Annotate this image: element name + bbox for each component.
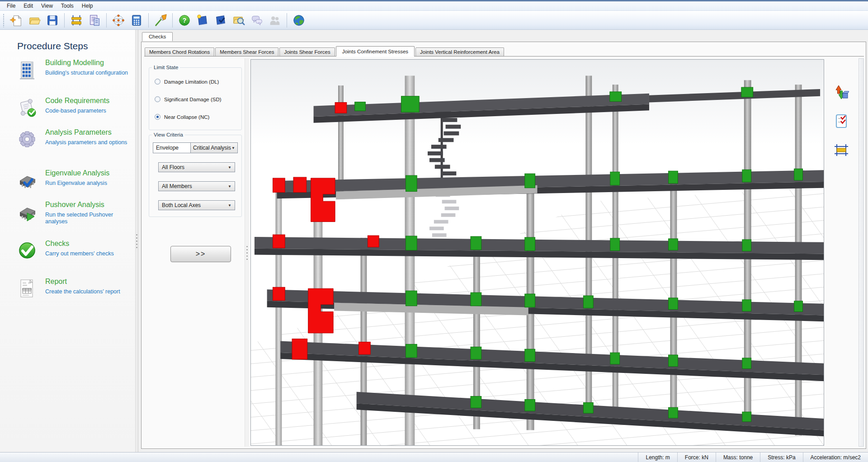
- sidebar-item-checks[interactable]: Checks Carry out members' checks: [0, 240, 135, 268]
- chevron-down-icon: ▼: [228, 184, 231, 189]
- step-title: Building Modelling: [45, 59, 128, 67]
- status-mass-unit: Mass: tonne: [716, 453, 760, 462]
- toolbar-separator: [106, 13, 107, 28]
- subtab-joints-shear-forces[interactable]: Joints Shear Forces: [279, 47, 335, 56]
- section-beam-icon[interactable]: [832, 141, 851, 160]
- sidebar-item-eigenvalue-analysis[interactable]: Eigenvalue Analysis Run Eigenvalue analy…: [0, 169, 135, 197]
- menu-help[interactable]: Help: [78, 2, 97, 10]
- step-subtitle: Building's structural configuration: [45, 70, 128, 76]
- envelope-field[interactable]: Envelope: [153, 143, 190, 153]
- open-project-icon[interactable]: [26, 12, 43, 29]
- radio-label: Significant Damage (SD): [164, 97, 222, 102]
- radio-icon-selected[interactable]: [155, 114, 160, 120]
- chevron-down-icon: ▼: [231, 146, 235, 150]
- gear-icon: [16, 128, 38, 150]
- select-value: Critical Analysis: [193, 145, 231, 151]
- limit-state-label: Limit State: [152, 65, 180, 70]
- forum-icon[interactable]: [248, 12, 265, 29]
- chip-check-icon: [16, 169, 38, 191]
- model-3d-icon[interactable]: [110, 12, 127, 29]
- menu-tools[interactable]: Tools: [57, 2, 78, 10]
- manual-book-icon[interactable]: [194, 12, 211, 29]
- step-subtitle: Code-based parameters: [45, 108, 109, 114]
- status-length-unit: Length: m: [638, 453, 677, 462]
- paintbrush-icon[interactable]: [152, 12, 169, 29]
- toolbar-separator: [172, 13, 173, 28]
- step-subtitle: Analysis parameters and options: [45, 139, 127, 146]
- menu-edit[interactable]: Edit: [19, 2, 37, 10]
- tab-checks[interactable]: Checks: [142, 32, 173, 41]
- envelope-row: Envelope Critical Analysis ▼: [153, 142, 238, 153]
- sidebar-title: Procedure Steps: [0, 41, 135, 52]
- svg-text:?: ?: [183, 17, 187, 24]
- sidebar-item-building-modelling[interactable]: Building Modelling Building's structural…: [0, 59, 135, 87]
- building-modeller-icon[interactable]: [68, 12, 85, 29]
- radio-icon[interactable]: [155, 96, 160, 102]
- toolbar-separator: [287, 13, 287, 28]
- view-tools-rail: [825, 58, 858, 447]
- verification-book-icon[interactable]: [212, 12, 229, 29]
- subtab-joints-confinement-stresses[interactable]: Joints Confinement Stresses: [336, 46, 415, 57]
- examples-folder-icon[interactable]: [230, 12, 247, 29]
- step-subtitle: Carry out members' checks: [45, 250, 114, 257]
- view-criteria-group: View Criteria Envelope Critical Analysis…: [149, 135, 242, 217]
- sidebar-item-report[interactable]: Report Create the calculations' report: [0, 278, 135, 306]
- critical-analysis-select[interactable]: Critical Analysis ▼: [190, 143, 237, 153]
- step-subtitle: Run the selected Pushover analyses: [45, 212, 135, 225]
- select-value: Both Local Axes: [162, 202, 201, 208]
- sidebar-splitter[interactable]: [135, 30, 138, 452]
- status-force-unit: Force: kN: [677, 453, 716, 462]
- subtab-members-chord-rotations[interactable]: Members Chord Rotations: [145, 47, 214, 56]
- radio-icon[interactable]: [155, 79, 160, 85]
- toolbar: ?: [0, 11, 868, 30]
- step-subtitle: Run Eigenvalue analysis: [45, 180, 109, 186]
- limit-state-group: Limit State Damage Limitation (DL) Signi…: [149, 67, 242, 130]
- vertical-scrollbar[interactable]: [859, 58, 864, 447]
- sidebar-item-analysis-parameters[interactable]: Analysis Parameters Analysis parameters …: [0, 128, 135, 156]
- statusbar: Length: m Force: kN Mass: tonne Stress: …: [0, 452, 868, 462]
- new-project-icon[interactable]: [8, 12, 25, 29]
- view-criteria-label: View Criteria: [152, 132, 185, 137]
- radio-damage-limitation[interactable]: Damage Limitation (DL): [155, 79, 238, 85]
- panel-splitter[interactable]: [245, 58, 249, 447]
- apply-button[interactable]: >>: [170, 246, 231, 262]
- radio-significant-damage[interactable]: Significant Damage (SD): [155, 96, 238, 102]
- checks-list-icon[interactable]: [832, 112, 851, 131]
- deformed-shape-icon[interactable]: [832, 83, 851, 102]
- subtab-joints-vertical-reinforcement-area[interactable]: Joints Vertical Reinforcement Area: [415, 47, 504, 56]
- menu-file[interactable]: File: [3, 2, 19, 10]
- step-title: Pushover Analysis: [45, 201, 135, 209]
- sidebar-item-pushover-analysis[interactable]: Pushover Analysis Run the selected Pusho…: [0, 201, 135, 229]
- radio-near-collapse[interactable]: Near Collapse (NC): [155, 114, 238, 120]
- procedure-steps-sidebar: Procedure Steps Building Modelling Build…: [0, 30, 135, 452]
- building-icon: [16, 59, 38, 80]
- report-icon[interactable]: [86, 12, 103, 29]
- checks-tabpane: Members Chord Rotations Members Shear Fo…: [141, 42, 866, 449]
- calculator-icon[interactable]: [128, 12, 145, 29]
- subtab-members-shear-forces[interactable]: Members Shear Forces: [215, 47, 278, 56]
- sidebar-item-code-requirements[interactable]: Code Requirements Code-based parameters: [0, 97, 135, 125]
- radio-label: Damage Limitation (DL): [164, 79, 219, 85]
- menu-view[interactable]: View: [37, 2, 57, 10]
- toolbar-grip[interactable]: [3, 14, 5, 27]
- toolbar-separator: [64, 13, 65, 28]
- chevron-down-icon: ▼: [228, 165, 231, 170]
- chip-run-icon: [16, 201, 38, 222]
- members-select[interactable]: All Members ▼: [158, 181, 235, 191]
- main-tabstrip: Checks: [141, 32, 866, 42]
- app-window: File Edit View Tools Help: [0, 0, 868, 462]
- floors-select[interactable]: All Floors ▼: [158, 162, 235, 172]
- model-3d-viewport[interactable]: [250, 59, 824, 446]
- axes-select[interactable]: Both Local Axes ▼: [158, 200, 235, 210]
- website-globe-icon[interactable]: [290, 12, 307, 29]
- step-title: Checks: [45, 240, 114, 248]
- help-icon[interactable]: ?: [176, 12, 193, 29]
- radio-label: Near Collapse (NC): [164, 114, 209, 120]
- report-page-icon: [16, 278, 38, 299]
- step-title: Analysis Parameters: [45, 128, 127, 137]
- check-controls-panel: Limit State Damage Limitation (DL) Signi…: [144, 58, 245, 447]
- select-value: All Members: [162, 183, 192, 189]
- model-3d-view[interactable]: [251, 60, 824, 445]
- support-people-icon[interactable]: [266, 12, 283, 29]
- save-project-icon[interactable]: [44, 12, 61, 29]
